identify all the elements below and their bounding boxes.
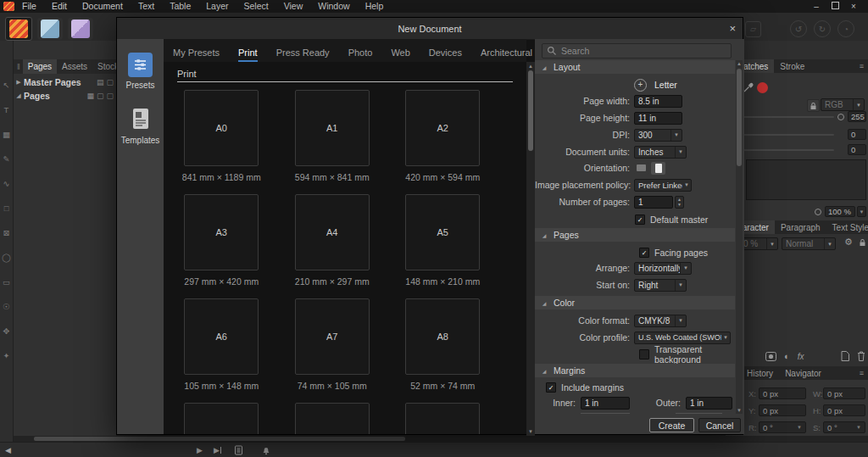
fill-swatch-red[interactable]: [757, 82, 768, 93]
menu-layer[interactable]: Layer: [198, 0, 236, 13]
photo-persona-button[interactable]: [68, 18, 93, 40]
preset-card[interactable]: A2: [405, 90, 480, 166]
trash-icon[interactable]: [857, 351, 865, 361]
checkbox-icon[interactable]: ▢: [97, 92, 104, 100]
document-units-dropdown[interactable]: Inches▼: [634, 146, 687, 159]
checkbox-icon[interactable]: ▢: [106, 92, 114, 100]
preset-card[interactable]: A0: [184, 90, 259, 166]
rectangle-tool[interactable]: □: [0, 196, 14, 220]
preset-card[interactable]: A4: [295, 194, 370, 270]
last-page-icon[interactable]: ▶: [214, 443, 221, 457]
section-header-margins[interactable]: ◢ Margins: [535, 364, 735, 377]
x-field[interactable]: 0 px: [759, 387, 806, 399]
stepper-down-icon[interactable]: ▼: [677, 202, 682, 207]
sidebar-item-presets[interactable]: Presets: [117, 53, 164, 90]
facing-pages-checkbox[interactable]: ✓: [639, 248, 649, 258]
ellipse-tool[interactable]: ◯: [0, 245, 14, 270]
pen-tool[interactable]: ✎: [0, 147, 14, 171]
menu-view[interactable]: View: [276, 0, 311, 13]
tab-paragraph[interactable]: Paragraph: [775, 220, 826, 234]
portrait-orientation-icon[interactable]: [651, 162, 665, 175]
adjustment-icon[interactable]: ◐: [784, 351, 790, 361]
panel-menu-icon[interactable]: ≡: [860, 59, 864, 73]
arrange-dropdown[interactable]: Horizontally▼: [634, 262, 692, 275]
table-tool[interactable]: ▦: [0, 122, 14, 147]
menu-select[interactable]: Select: [236, 0, 276, 13]
notification-bell-icon[interactable]: [261, 443, 271, 457]
scrollbar-thumb[interactable]: [528, 70, 533, 151]
settings-scrollbar[interactable]: ▲ ▼: [736, 60, 743, 414]
preset-cell-a7[interactable]: A7 74 mm × 105 mm: [277, 298, 388, 391]
w-field[interactable]: 0 px: [823, 387, 865, 399]
tree-row-master-pages[interactable]: ▶ Master Pages ▤ ▢: [14, 75, 116, 88]
gear-icon[interactable]: ⚙: [844, 237, 853, 248]
preset-card[interactable]: A1: [295, 90, 370, 166]
node-tool[interactable]: ∿: [0, 171, 14, 196]
preset-cell-a8[interactable]: A8 52 mm × 74 mm: [387, 298, 498, 391]
tab-history[interactable]: History: [741, 366, 779, 380]
snapshot-icon[interactable]: ◔: [837, 20, 854, 37]
text-tool[interactable]: T: [0, 98, 14, 122]
section-header-layout[interactable]: ◢ Layout: [535, 60, 735, 74]
tab-my-presets[interactable]: My Presets: [173, 47, 220, 62]
channel-value[interactable]: 0: [848, 129, 866, 140]
horizontal-scrollbar[interactable]: [14, 436, 868, 442]
preflight-icon[interactable]: [234, 443, 243, 457]
y-field[interactable]: 0 px: [759, 404, 806, 416]
scroll-down-icon[interactable]: ▼: [736, 408, 743, 413]
preset-card[interactable]: A8: [405, 298, 480, 375]
undo-icon[interactable]: ↺: [790, 20, 807, 37]
publisher-persona-button[interactable]: [5, 17, 32, 41]
channel-slider[interactable]: [743, 116, 834, 118]
minimize-icon[interactable]: –: [807, 0, 826, 13]
menu-table[interactable]: Table: [162, 0, 198, 13]
tab-devices[interactable]: Devices: [429, 47, 462, 62]
preset-list-scrollbar[interactable]: ▲ ▼: [526, 62, 535, 436]
checkbox-icon[interactable]: ▢: [106, 78, 114, 86]
color-format-dropdown[interactable]: CMYK/8▼: [634, 315, 687, 327]
menu-file[interactable]: File: [14, 0, 44, 13]
inner-margin-input[interactable]: [581, 397, 630, 410]
tab-photo[interactable]: Photo: [348, 47, 373, 62]
fx-icon[interactable]: fx: [798, 352, 804, 361]
mask-icon[interactable]: [765, 352, 776, 361]
color-picker-tool[interactable]: ✦: [0, 343, 14, 368]
scroll-down-icon[interactable]: ▼: [526, 429, 535, 434]
move-tool[interactable]: ↖: [0, 73, 14, 98]
blend-mode-dropdown[interactable]: Normal▼: [782, 237, 836, 250]
panel-grip-icon[interactable]: ‖: [14, 63, 23, 71]
opacity-dropdown-icon[interactable]: ▼: [857, 206, 866, 217]
prev-page-icon[interactable]: ◀: [5, 443, 11, 457]
s-field[interactable]: 0 °▼: [823, 421, 865, 433]
dpi-dropdown[interactable]: 300▼: [634, 129, 682, 142]
preset-cell-a6[interactable]: A6 105 mm × 148 mm: [166, 298, 277, 391]
preset-cell-a1[interactable]: A1 594 mm × 841 mm: [277, 90, 388, 182]
maximize-icon[interactable]: [826, 0, 844, 13]
lock-icon[interactable]: [807, 99, 820, 112]
preset-cell-a3[interactable]: A3 297 mm × 420 mm: [166, 194, 277, 287]
next-page-icon[interactable]: ▶: [197, 443, 203, 457]
preset-cell-a2[interactable]: A2 420 mm × 594 mm: [387, 90, 498, 182]
panel-menu-icon[interactable]: ≡: [860, 366, 864, 380]
transparent-background-checkbox[interactable]: ✓: [639, 349, 649, 359]
picture-frame-tool[interactable]: ⊠: [0, 220, 14, 245]
menu-window[interactable]: Window: [310, 0, 357, 13]
channel-slider[interactable]: [743, 134, 834, 136]
lock-icon[interactable]: [859, 238, 866, 248]
tab-web[interactable]: Web: [391, 47, 409, 62]
pages-stepper[interactable]: ▲▼: [675, 196, 684, 209]
tab-press-ready[interactable]: Press Ready: [276, 47, 330, 62]
tab-stroke[interactable]: Stroke: [774, 59, 810, 73]
expanded-arrow-icon[interactable]: ◢: [14, 92, 24, 99]
preset-card[interactable]: A6: [184, 298, 259, 375]
crop-tool[interactable]: ▭: [0, 270, 14, 294]
zoom-tool[interactable]: ☉: [0, 294, 14, 319]
tab-assets[interactable]: Assets: [57, 59, 92, 74]
start-on-dropdown[interactable]: Right▼: [634, 279, 687, 292]
page-height-input[interactable]: [634, 112, 682, 125]
number-of-pages-input[interactable]: [634, 196, 673, 209]
tab-pages[interactable]: Pages: [23, 59, 57, 74]
create-button[interactable]: Create: [649, 418, 694, 432]
preset-card[interactable]: [184, 403, 259, 434]
scrollbar-thumb[interactable]: [737, 69, 742, 166]
